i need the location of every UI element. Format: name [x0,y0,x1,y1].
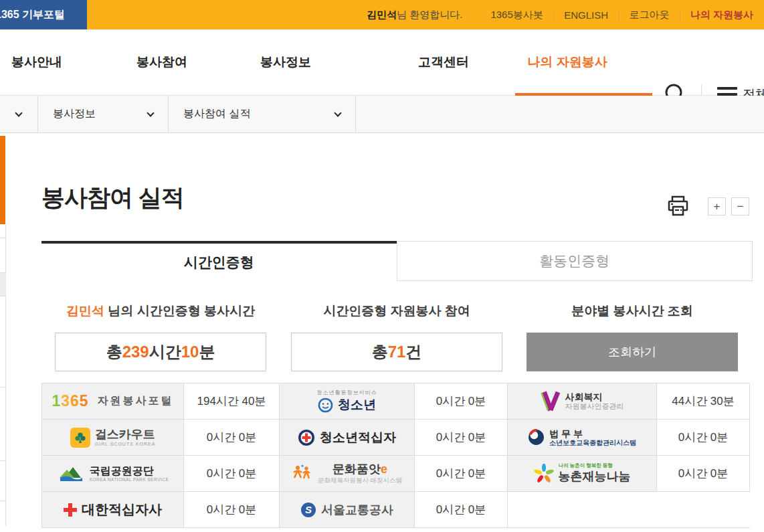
separator: | [678,10,680,20]
page-title: 봉사참여 실적 [41,182,184,213]
left-rail-divider [0,460,6,461]
breadcrumb-dropdown-info[interactable]: 봉사정보 [38,96,169,132]
breadcrumb: 봉사정보 봉사참여 실적 [0,96,764,133]
org-logo-social-welfare: 사회복지자원봉사인증관리 [508,383,657,420]
font-zoom-in-button[interactable]: + [708,197,726,215]
youth-red-cross-icon [298,429,315,446]
summary-time-label: 김민석 님의 시간인증형 봉사시간 [55,302,266,320]
munhwa-figures-icon [292,464,313,482]
org-logo-munhwa-pumasi: 문화품앗e문화체육자원봉사 매칭시스템 [280,456,415,492]
svg-text:S: S [305,504,312,515]
breadcrumb-dropdown-record[interactable]: 봉사참여 실적 [169,96,356,132]
org-logo-korean-red-cross: 대한적십자사 [42,492,184,528]
breadcrumb-label: 봉사정보 [53,107,96,121]
red-cross-icon [64,503,77,517]
org-logo-youth: 청소년활동정보서비스 청소년 [280,383,415,420]
org-logo-1365-portal: 1365자원봉사포털 [42,383,184,420]
field-lookup-button[interactable]: 조회하기 [527,333,738,371]
top-utility-bar: 1365 기부포털 김민석님 환영합니다. 1365봉사봇 | ENGLISH … [0,0,764,29]
donation-portal-logo[interactable]: 1365 기부포털 [0,0,87,29]
left-rail-accent [0,136,5,224]
org-hours-value: 0시간 0분 [415,420,508,456]
separator: | [617,10,619,20]
summary-field-label: 분야별 봉사시간 조회 [527,302,738,320]
org-hours-value: 0시간 0분 [657,420,750,456]
org-hours-value: 44시간 30분 [657,383,750,420]
breadcrumb-label: 봉사참여 실적 [183,107,250,121]
total-minutes: 10 [181,343,199,361]
top-link-my-volunteer[interactable]: 나의 자원봉사 [690,9,753,21]
total-time-box: 총 239시간 10분 [55,333,266,371]
org-logo-seoul-metro: S 서울교통공사 [280,492,415,528]
org-hours-value: 0시간 0분 [184,420,280,456]
user-name: 김민석 [66,304,104,318]
org-hours-value: 0시간 0분 [415,492,508,528]
org-hours-value: 0시간 0분 [415,383,508,420]
org-hours-value: 0시간 0분 [415,456,508,492]
moj-emblem-icon [528,429,545,446]
top-link-english[interactable]: ENGLISH [564,9,608,21]
left-rail-divider [0,501,6,501]
summary-count-label: 시간인증형 자원봉사 참여 [291,302,502,320]
top-bar-right: 김민석님 환영합니다. 1365봉사봇 | ENGLISH | 로그아웃 | 나… [87,0,764,29]
summary-field-lookup: 분야별 봉사시간 조회 조회하기 [527,302,738,371]
tab-time-certified[interactable]: 시간인증형 [41,241,397,281]
breadcrumb-home-dropdown[interactable] [0,96,38,132]
empty-cell [657,492,750,528]
top-link-bot[interactable]: 1365봉사봇 [490,9,543,21]
nav-item-customer-center[interactable]: 고객센터 [415,29,472,95]
left-rail-divider [0,387,6,387]
org-logo-ministry-of-justice: 법무부소년보호교육종합관리시스템 [508,420,657,456]
participation-count: 71 [388,343,406,361]
rural-talent-star-icon [534,464,554,484]
summary-participation: 시간인증형 자원봉사 참여 총 71건 [291,302,502,371]
total-hours: 239 [122,343,149,361]
user-name: 김민석 [367,9,397,20]
main-nav: 봉사안내 봉사참여 봉사정보 고객센터 나의 자원봉사 전체 [0,29,764,96]
chevron-down-icon [334,109,341,116]
participation-count-box: 총 71건 [291,333,502,371]
separator: | [553,10,555,20]
brand-label: 1365 기부포털 [0,8,65,22]
left-rail-divider [0,238,6,238]
left-rail-item [0,272,6,296]
chevron-down-icon [15,109,22,116]
welcome-message: 김민석님 환영합니다. [367,9,462,21]
org-logo-girl-scouts: 걸스카우트GIRL SCOUTS KOREA [42,420,184,456]
national-park-mountain-icon [57,465,85,482]
printer-icon[interactable] [667,195,689,220]
org-hours-value: 0시간 0분 [657,456,750,492]
top-link-logout[interactable]: 로그아웃 [629,9,669,21]
nav-item-my-volunteer[interactable]: 나의 자원봉사 [527,29,607,95]
org-logo-national-park: 국립공원공단KOREA NATIONAL PARK SERVICE [42,456,184,492]
girl-scouts-clover-icon [70,428,90,448]
nav-item-volunteer-guide[interactable]: 봉사안내 [8,29,66,95]
tab-activity-certified[interactable]: 활동인증형 [397,241,753,281]
org-hours-table: 1365자원봉사포털 194시간 40분 청소년활동정보서비스 청소년 0시간 … [41,383,749,528]
left-rail [0,224,6,526]
nav-item-volunteer-join[interactable]: 봉사참여 [133,29,191,95]
summary-total-time: 김민석 님의 시간인증형 봉사시간 총 239시간 10분 [55,302,266,371]
org-hours-value: 0시간 0분 [184,456,280,492]
welfare-v-icon [541,391,561,412]
font-zoom-out-button[interactable]: − [731,197,749,215]
org-logo-youth-red-cross: 청소년적십자 [280,420,415,456]
org-logo-rural-talent: 나의 농촌이 행복한 동행농촌재능나눔 [508,456,657,492]
org-hours-value: 194시간 40분 [184,383,280,420]
nav-item-volunteer-info[interactable]: 봉사정보 [257,29,314,95]
empty-cell [508,492,657,528]
youth-smiley-icon [318,397,333,413]
record-type-tabs: 시간인증형 활동인증형 [41,241,753,281]
chevron-down-icon [147,109,154,116]
seoul-metro-icon: S [300,502,316,518]
org-hours-value: 0시간 0분 [184,492,280,528]
